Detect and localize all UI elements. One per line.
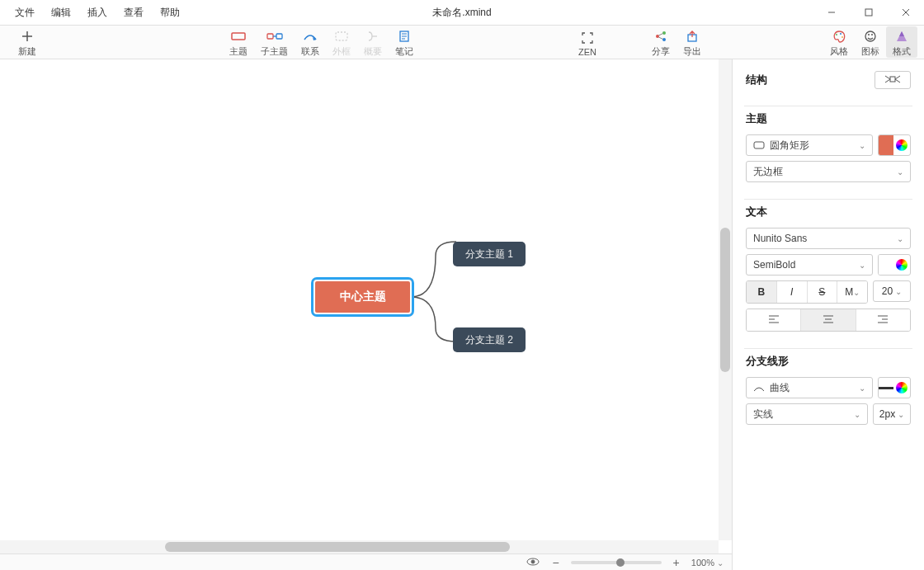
vertical-scrollbar-thumb[interactable] bbox=[720, 228, 730, 372]
zoom-slider[interactable] bbox=[571, 561, 662, 564]
format-icon bbox=[893, 28, 910, 45]
toolbar-share-label: 分享 bbox=[652, 45, 670, 58]
outline-toggle[interactable] bbox=[526, 557, 540, 568]
font-weight-select[interactable]: SemiBold ⌄ bbox=[746, 254, 873, 276]
minimize-button[interactable] bbox=[813, 0, 850, 25]
toolbar-format[interactable]: 格式 bbox=[886, 26, 917, 58]
line-color-preview bbox=[879, 378, 893, 398]
bold-button[interactable]: B bbox=[747, 281, 777, 303]
align-center-icon bbox=[823, 314, 834, 326]
horizontal-scrollbar[interactable] bbox=[0, 540, 719, 554]
line-style-select[interactable]: 实线 ⌄ bbox=[746, 403, 868, 425]
svg-point-25 bbox=[842, 36, 843, 38]
align-center-button[interactable] bbox=[801, 309, 856, 331]
text-title: 文本 bbox=[746, 205, 911, 219]
case-button[interactable]: M⌄ bbox=[837, 281, 867, 303]
zoom-in-button[interactable]: + bbox=[670, 556, 683, 569]
toolbar-new-label: 新建 bbox=[18, 45, 36, 58]
toolbar-zen-label: ZEN bbox=[578, 47, 596, 57]
node-branch-2[interactable]: 分支主题 2 bbox=[453, 327, 526, 352]
border-select[interactable]: 无边框 ⌄ bbox=[746, 161, 911, 182]
zoom-out-button[interactable]: − bbox=[549, 556, 562, 569]
svg-rect-9 bbox=[276, 34, 282, 39]
window-controls bbox=[813, 0, 924, 25]
topic-icon bbox=[230, 28, 247, 45]
toolbar-notes-label: 笔记 bbox=[395, 45, 413, 58]
chevron-down-icon: ⌄ bbox=[897, 167, 903, 177]
menu-insert[interactable]: 插入 bbox=[79, 0, 116, 25]
font-label: Nunito Sans bbox=[753, 233, 897, 244]
toolbar-zen[interactable]: ZEN bbox=[572, 28, 603, 57]
svg-line-20 bbox=[659, 34, 663, 36]
text-color[interactable] bbox=[878, 254, 911, 276]
node-branch2-label: 分支主题 2 bbox=[465, 333, 513, 347]
mindmap-canvas[interactable]: 中心主题 分支主题 1 分支主题 2 bbox=[0, 59, 732, 554]
node-center-label: 中心主题 bbox=[340, 290, 386, 304]
text-color-preview bbox=[879, 255, 893, 275]
menu-view[interactable]: 查看 bbox=[116, 0, 152, 25]
toolbar-topic-label: 主题 bbox=[229, 45, 248, 58]
zoom-slider-thumb[interactable] bbox=[616, 558, 625, 567]
align-right-icon bbox=[877, 314, 889, 326]
maximize-button[interactable] bbox=[850, 0, 887, 25]
canvas-area[interactable]: 中心主题 分支主题 1 分支主题 2 bbox=[0, 59, 732, 554]
zen-icon bbox=[579, 30, 596, 46]
section-structure: 结构 bbox=[746, 71, 911, 89]
panel-divider bbox=[744, 348, 912, 349]
chevron-down-icon: ⌄ bbox=[853, 288, 860, 297]
toolbar-new[interactable]: 新建 bbox=[12, 26, 43, 58]
node-center-topic[interactable]: 中心主题 bbox=[311, 277, 414, 317]
panel-divider bbox=[744, 199, 912, 200]
menu-edit[interactable]: 编辑 bbox=[43, 0, 79, 25]
svg-line-34 bbox=[895, 76, 900, 79]
toolbar-topic[interactable]: 主题 bbox=[223, 26, 254, 58]
panel-divider bbox=[744, 106, 912, 106]
color-wheel-icon bbox=[896, 382, 908, 393]
toolbar-summary-label: 概要 bbox=[364, 45, 382, 58]
menu-file[interactable]: 文件 bbox=[7, 0, 43, 25]
align-left-button[interactable] bbox=[747, 309, 801, 331]
strike-button[interactable]: S bbox=[808, 281, 838, 303]
font-size-select[interactable]: 20 ⌄ bbox=[873, 280, 911, 302]
section-branch-line: 分支线形 曲线 ⌄ 实线 ⌄ 2px ⌄ bbox=[746, 354, 911, 425]
titlebar: 文件 编辑 插入 查看 帮助 未命名.xmind bbox=[0, 0, 924, 25]
toolbar-export[interactable]: 导出 bbox=[676, 26, 708, 58]
structure-select[interactable] bbox=[874, 71, 911, 89]
toolbar-style[interactable]: 风格 bbox=[823, 26, 855, 58]
line-width-select[interactable]: 2px ⌄ bbox=[873, 403, 911, 425]
menu-help[interactable]: 帮助 bbox=[152, 0, 188, 25]
align-right-button[interactable] bbox=[856, 309, 910, 331]
font-size-label: 20 bbox=[882, 285, 893, 297]
toolbar-notes[interactable]: 笔记 bbox=[389, 26, 420, 58]
node-branch-1[interactable]: 分支主题 1 bbox=[453, 242, 526, 266]
structure-icon bbox=[884, 74, 902, 87]
toolbar-relation[interactable]: 联系 bbox=[295, 26, 326, 58]
chevron-down-icon: ⌄ bbox=[859, 384, 865, 393]
section-topic: 主题 圆角矩形 ⌄ 无边框 ⌄ bbox=[746, 111, 911, 182]
vertical-scrollbar[interactable] bbox=[719, 59, 732, 540]
horizontal-scrollbar-thumb[interactable] bbox=[165, 542, 510, 552]
section-text: 文本 Nunito Sans ⌄ SemiBold ⌄ B I S M⌄ bbox=[746, 205, 911, 332]
share-icon bbox=[653, 28, 669, 45]
font-select[interactable]: Nunito Sans ⌄ bbox=[746, 228, 911, 249]
italic-button[interactable]: I bbox=[777, 281, 808, 303]
shape-select[interactable]: 圆角矩形 ⌄ bbox=[746, 134, 873, 156]
color-fill-preview bbox=[879, 135, 893, 155]
line-color[interactable] bbox=[878, 377, 911, 398]
boundary-icon bbox=[333, 28, 350, 45]
toolbar-icons[interactable]: 图标 bbox=[855, 26, 886, 58]
toolbar-share[interactable]: 分享 bbox=[645, 26, 676, 58]
align-left-icon bbox=[768, 314, 780, 326]
zoom-level[interactable]: 100% ⌄ bbox=[691, 558, 724, 568]
svg-point-18 bbox=[662, 31, 666, 35]
curve-icon bbox=[753, 384, 765, 392]
toolbar-summary: 概要 bbox=[357, 26, 389, 58]
svg-point-24 bbox=[840, 33, 842, 35]
line-type-select[interactable]: 曲线 ⌄ bbox=[746, 377, 873, 398]
export-icon bbox=[684, 28, 700, 45]
svg-rect-1 bbox=[865, 9, 872, 16]
topic-fill-color[interactable] bbox=[878, 134, 911, 156]
text-style-group: B I S M⌄ bbox=[746, 280, 868, 304]
toolbar-subtopic[interactable]: 子主题 bbox=[254, 26, 295, 58]
close-button[interactable] bbox=[887, 0, 924, 25]
